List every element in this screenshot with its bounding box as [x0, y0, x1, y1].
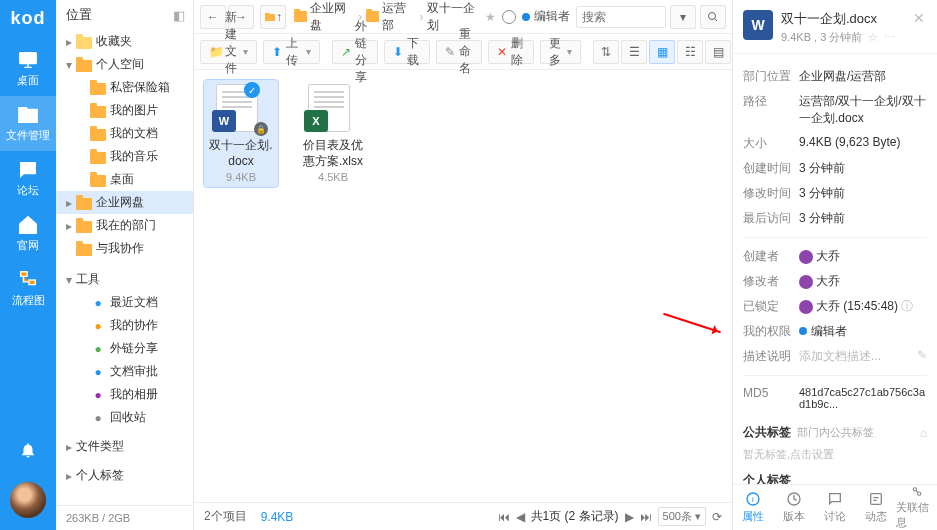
- prop-row: 已锁定大乔 (15:45:48) ⓘ: [743, 294, 927, 319]
- tree-node[interactable]: ▸企业网盘: [56, 191, 193, 214]
- tree-node[interactable]: 与我协作: [56, 237, 193, 260]
- prop-row: 路径运营部/双十一企划/双十一企划.docx: [743, 89, 927, 131]
- tag-icon[interactable]: ⌂: [920, 426, 927, 440]
- tree-node[interactable]: 我的文档: [56, 122, 193, 145]
- svg-point-3: [709, 12, 716, 19]
- tree-node[interactable]: 桌面: [56, 168, 193, 191]
- star-icon[interactable]: ☆: [868, 31, 878, 44]
- prop-row: 大小9.4KB (9,623 Byte): [743, 131, 927, 156]
- more-button[interactable]: 更多▾: [540, 40, 581, 64]
- detail-tab-4[interactable]: 关联信息: [896, 485, 937, 530]
- svg-rect-1: [21, 272, 27, 277]
- tree-tool[interactable]: ●回收站: [56, 406, 193, 429]
- tree-node[interactable]: ▸收藏夹: [56, 30, 193, 53]
- file-card[interactable]: W✓🔒双十一企划.docx9.4KB: [204, 80, 278, 187]
- annotation-arrow: [663, 313, 721, 333]
- file-type-icon: W: [743, 10, 773, 40]
- search-input[interactable]: [576, 6, 666, 28]
- bell-icon[interactable]: [19, 429, 37, 474]
- more-icon[interactable]: ⋯: [884, 31, 895, 44]
- tree-node[interactable]: ▾个人空间: [56, 53, 193, 76]
- prop-row: 修改时间3 分钟前: [743, 181, 927, 206]
- page-last-icon[interactable]: ⏭: [640, 510, 652, 524]
- tree-tool[interactable]: ●外链分享: [56, 337, 193, 360]
- star-icon[interactable]: ★: [485, 10, 496, 24]
- close-icon[interactable]: ✕: [909, 10, 929, 26]
- breadcrumb: 企业网盘›运营部›双十一企划: [294, 0, 483, 34]
- crumb-item[interactable]: 运营部: [366, 0, 415, 34]
- page-next-icon[interactable]: ▶: [625, 510, 634, 524]
- view-list-icon[interactable]: ☷: [677, 40, 703, 64]
- tree-tool[interactable]: ●我的相册: [56, 383, 193, 406]
- check-icon: ✓: [244, 82, 260, 98]
- download-button[interactable]: ⬇下载: [384, 40, 430, 64]
- nav-item-0[interactable]: 桌面: [0, 41, 56, 96]
- nav-up-button[interactable]: ↑: [260, 5, 286, 29]
- svg-text:i: i: [753, 495, 755, 504]
- page-label: 共1页 (2 条记录): [531, 508, 619, 525]
- nav-item-2[interactable]: 论坛: [0, 151, 56, 206]
- crumb-item[interactable]: 企业网盘: [294, 0, 354, 34]
- user-avatar[interactable]: [10, 482, 46, 518]
- brand-logo: kod: [10, 0, 45, 41]
- detail-tab-2[interactable]: 讨论: [815, 485, 856, 530]
- tree-section[interactable]: ▸文件类型: [56, 435, 193, 458]
- page-size-select[interactable]: 500条 ▾: [658, 507, 706, 526]
- view-sort-icon[interactable]: ⇅: [593, 40, 619, 64]
- circle-icon[interactable]: [502, 10, 516, 24]
- tree-section-tools[interactable]: ▾工具: [56, 268, 193, 291]
- svg-rect-8: [870, 494, 881, 505]
- new-folder-button[interactable]: 📁新建文件夹▾: [200, 40, 257, 64]
- detail-tab-1[interactable]: 版本: [774, 485, 815, 530]
- tree-section[interactable]: ▸个人标签: [56, 464, 193, 487]
- sidebar: 位置 ◧ ▸收藏夹▾个人空间私密保险箱我的图片我的文档我的音乐桌面▸企业网盘▸我…: [56, 0, 194, 530]
- tree-node[interactable]: ▸我在的部门: [56, 214, 193, 237]
- page-refresh-icon[interactable]: ⟳: [712, 510, 722, 524]
- nav-item-1[interactable]: 文件管理: [0, 96, 56, 151]
- view-detail-icon[interactable]: ▤: [705, 40, 731, 64]
- file-card[interactable]: X价目表及优惠方案.xlsx4.5KB: [296, 80, 370, 187]
- detail-tab-3[interactable]: 动态: [855, 485, 896, 530]
- tree-tool[interactable]: ●我的协作: [56, 314, 193, 337]
- view-grid-icon[interactable]: ▦: [649, 40, 675, 64]
- edit-icon[interactable]: ✎: [917, 348, 927, 362]
- crumb-separator: ›: [419, 10, 423, 24]
- delete-button[interactable]: ✕删除: [488, 40, 534, 64]
- crumb-item[interactable]: 双十一企划: [427, 0, 483, 34]
- upload-button[interactable]: ⬆上传▾: [263, 40, 320, 64]
- sidebar-collapse-icon[interactable]: ◧: [173, 8, 185, 23]
- tree-tool[interactable]: ●最近文档: [56, 291, 193, 314]
- sidebar-title: 位置: [66, 6, 92, 24]
- nav-item-3[interactable]: 官网: [0, 206, 56, 261]
- nav-rail: kod 桌面文件管理论坛官网流程图: [0, 0, 56, 530]
- pager: ⏮ ◀ 共1页 (2 条记录) ▶ ⏭ 500条 ▾ ⟳: [498, 507, 722, 526]
- page-prev-icon[interactable]: ◀: [516, 510, 525, 524]
- external-share-button[interactable]: ↗外链分享: [332, 40, 378, 64]
- prop-row: 我的权限编辑者: [743, 319, 927, 344]
- main-area: ← → ↑ 企业网盘›运营部›双十一企划 ★ 编辑者 ▾ 📁新建文件夹: [194, 0, 733, 530]
- rename-button[interactable]: ✎重命名: [436, 40, 482, 64]
- search-options-icon[interactable]: ▾: [670, 5, 696, 29]
- nav-back-button[interactable]: ←: [200, 5, 226, 29]
- tree-node[interactable]: 我的图片: [56, 99, 193, 122]
- tree-node[interactable]: 我的音乐: [56, 145, 193, 168]
- detail-tab-0[interactable]: i属性: [733, 485, 774, 530]
- page-first-icon[interactable]: ⏮: [498, 510, 510, 524]
- search-button[interactable]: [700, 5, 726, 29]
- tree-node[interactable]: 私密保险箱: [56, 76, 193, 99]
- lock-icon: 🔒: [254, 122, 268, 136]
- details-filename: 双十一企划.docx: [781, 10, 901, 28]
- description-input[interactable]: 添加文档描述... ✎: [799, 348, 927, 365]
- details-panel: W 双十一企划.docx 9.4KB , 3 分钟前 ☆ ⋯ ✕ 部门位置企业网…: [733, 0, 937, 530]
- status-count: 2个项目: [204, 508, 247, 525]
- tree-tool[interactable]: ●文档审批: [56, 360, 193, 383]
- storage-usage: 263KB / 2GB: [56, 505, 193, 530]
- info-icon[interactable]: ⓘ: [901, 299, 913, 313]
- svg-rect-2: [29, 280, 35, 285]
- prop-row: 部门位置企业网盘/运营部: [743, 64, 927, 89]
- file-grid: W✓🔒双十一企划.docx9.4KBX价目表及优惠方案.xlsx4.5KB: [194, 70, 732, 502]
- nav-item-4[interactable]: 流程图: [0, 261, 56, 316]
- view-tree-icon[interactable]: ☰: [621, 40, 647, 64]
- status-size: 9.4KB: [261, 510, 294, 524]
- public-tag-empty[interactable]: 暂无标签,点击设置: [743, 447, 927, 462]
